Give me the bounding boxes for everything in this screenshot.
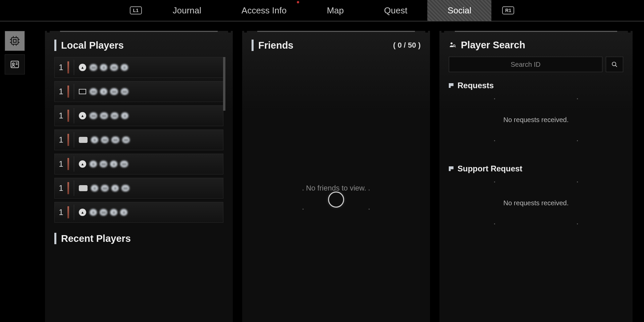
chip-icon (9, 35, 20, 47)
player-search-heading: Player Search (449, 40, 623, 51)
svg-point-5 (453, 45, 455, 47)
empty-text: No requests received. (503, 199, 569, 207)
player-name-redacted: aaaaaa (91, 185, 129, 192)
player-level: 1 (58, 63, 64, 72)
tab-label: Social (447, 5, 471, 16)
bumper-right[interactable]: R1 (502, 6, 514, 14)
tab-label: Access Info (241, 5, 286, 16)
sidebar-card-icon[interactable] (5, 54, 25, 74)
platform-controller-icon (79, 185, 88, 191)
svg-point-6 (612, 62, 616, 66)
tab-map[interactable]: Map (307, 0, 364, 21)
heading-text: Requests (458, 81, 494, 90)
svg-point-3 (12, 63, 14, 65)
tabs-container: Journal Access Info Map Quest Social (153, 0, 491, 21)
heading-text: Player Search (461, 40, 525, 51)
level-bar-icon (67, 110, 69, 122)
tab-label: Journal (173, 5, 201, 16)
tab-journal[interactable]: Journal (153, 0, 221, 21)
heading-bar-icon (252, 40, 254, 51)
requests-heading: Requests (449, 81, 623, 90)
notification-dot (297, 1, 299, 3)
platform-ps-icon (79, 112, 86, 119)
tab-social[interactable]: Social (427, 0, 491, 21)
platform-pc-icon (79, 89, 86, 94)
recent-players-heading: Recent Players (54, 233, 223, 244)
platform-ps-icon (79, 160, 86, 168)
search-input[interactable]: Search ID (449, 57, 602, 72)
player-level: 1 (58, 159, 64, 169)
flag-icon (449, 166, 453, 171)
player-row[interactable]: 1 aaaaaa (54, 57, 223, 78)
support-request-heading: Support Request (449, 164, 623, 173)
player-row[interactable]: 1 aaaaaaa (54, 81, 223, 102)
player-row[interactable]: 1 aaaaaaa (54, 129, 223, 150)
platform-ps-icon (79, 64, 86, 71)
local-players-panel: Local Players 1 aaaaaa 1 aaaaaaa 1 aaaaa… (45, 31, 233, 322)
friends-heading: Friends ( 0 / 50 ) (252, 40, 421, 51)
player-name-redacted: aaaaa (90, 209, 127, 216)
player-row[interactable]: 1 aaaaa (54, 202, 223, 223)
tab-label: Quest (384, 5, 407, 16)
requests-empty: No requests received. (449, 96, 623, 143)
player-search-panel: Player Search Search ID Requests No requ… (439, 31, 633, 322)
level-bar-icon (67, 134, 69, 146)
search-row: Search ID (449, 57, 623, 72)
social-sidebar (0, 21, 40, 322)
local-players-heading: Local Players (54, 40, 223, 51)
player-name-redacted: aaaaaaa (90, 112, 128, 119)
level-bar-icon (67, 61, 69, 73)
flag-icon (449, 83, 453, 88)
search-button[interactable] (606, 57, 623, 72)
friends-panel: Friends ( 0 / 50 ) No friends to view. (242, 31, 430, 322)
platform-ps-icon (79, 209, 86, 216)
search-placeholder: Search ID (511, 61, 541, 68)
svg-rect-1 (13, 40, 16, 43)
scrollbar[interactable] (223, 57, 225, 111)
player-level: 1 (58, 111, 64, 120)
top-tab-bar: L1 Journal Access Info Map Quest Social … (0, 0, 644, 21)
player-row[interactable]: 1 aaaaaa (54, 154, 223, 174)
heading-text: Friends (258, 40, 293, 51)
id-card-icon (9, 59, 20, 70)
level-bar-icon (67, 158, 69, 170)
player-name-redacted: aaaaaa (90, 161, 128, 167)
player-level: 1 (58, 208, 64, 217)
bumper-left[interactable]: L1 (130, 6, 142, 14)
player-row[interactable]: 1 aaaaaaa (54, 105, 223, 126)
heading-text: Recent Players (61, 233, 131, 244)
heading-bar-icon (54, 233, 56, 244)
sidebar-chip-icon[interactable] (5, 31, 25, 51)
loading-ring-icon (328, 192, 344, 208)
heading-text: Support Request (458, 164, 522, 173)
svg-point-4 (450, 42, 452, 44)
player-level: 1 (58, 135, 64, 145)
heading-bar-icon (54, 40, 56, 51)
empty-text: No requests received. (503, 116, 569, 124)
player-level: 1 (58, 183, 64, 193)
player-name-redacted: aaaaaaa (91, 137, 130, 143)
level-bar-icon (67, 182, 69, 194)
tab-access-info[interactable]: Access Info (221, 0, 307, 21)
support-empty: No requests received. (449, 179, 623, 226)
person-search-icon (449, 40, 456, 51)
player-row[interactable]: 1 aaaaaa (54, 178, 223, 199)
player-name-redacted: aaaaaa (90, 64, 128, 71)
tab-quest[interactable]: Quest (364, 0, 427, 21)
player-level: 1 (58, 87, 64, 96)
search-icon (611, 61, 618, 68)
heading-text: Local Players (61, 40, 124, 51)
friends-count: ( 0 / 50 ) (393, 41, 421, 50)
level-bar-icon (67, 86, 69, 98)
platform-controller-icon (79, 137, 88, 143)
tab-label: Map (327, 5, 344, 16)
svg-rect-0 (11, 38, 18, 44)
local-players-list: 1 aaaaaa 1 aaaaaaa 1 aaaaaaa 1 (54, 57, 223, 223)
level-bar-icon (67, 206, 69, 218)
body: Local Players 1 aaaaaa 1 aaaaaaa 1 aaaaa… (0, 21, 644, 322)
player-name-redacted: aaaaaaa (90, 88, 128, 95)
